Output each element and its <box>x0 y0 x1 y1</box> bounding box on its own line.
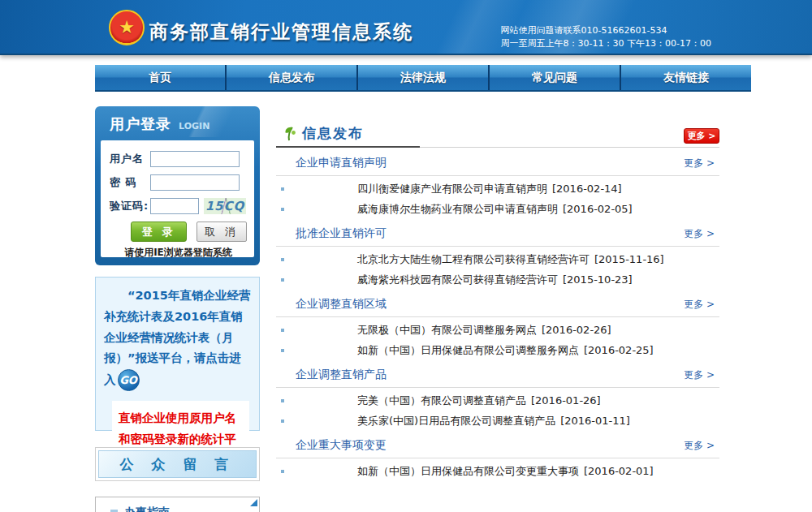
main-content: 信息发布 更多 > 企业申请直销声明 更多 > 四川衡爱健康产业有限公司申请直销… <box>276 120 719 481</box>
item-date: [2016-01-11] <box>560 415 630 427</box>
guide-panel: 办事指南 <box>95 497 260 512</box>
item-title: 四川衡爱健康产业有限公司申请直销声明 <box>357 183 547 195</box>
captcha-image[interactable]: 15CQ <box>204 198 246 214</box>
item-title: 威海康博尔生物药业有限公司申请直销声明 <box>357 203 558 215</box>
item-date: [2016-01-26] <box>531 394 601 407</box>
item-date: [2015-11-16] <box>594 253 664 265</box>
section-adjust-products: 企业调整直销产品 更多 > 完美（中国）有限公司调整直销产品[2016-01-2… <box>276 360 719 431</box>
item-date: [2016-02-26] <box>542 324 611 336</box>
public-message-label: 公 众 留 言 <box>98 450 257 478</box>
login-panel: 用户登录 LOGIN 用户名 密 码 验证码: 15CQ 登 录 取 消 请使用… <box>95 106 260 265</box>
item-date: [2016-02-01] <box>584 465 654 477</box>
section-more-link[interactable]: 更多 > <box>684 368 715 382</box>
browser-note: 请使用IE浏览器登陆系统 <box>110 246 247 260</box>
item-title: 如新（中国）日用保健品有限公司调整服务网点 <box>357 344 579 356</box>
corner-triangle-icon <box>250 499 257 506</box>
main-nav: 首页 信息发布 法律法规 常见问题 友情链接 <box>95 65 751 92</box>
main-header: 信息发布 更多 > <box>276 120 719 146</box>
item-title: 北京北方大陆生物工程有限公司获得直销经营许可 <box>357 253 590 265</box>
more-button-main[interactable]: 更多 > <box>684 128 719 144</box>
page: ★ 商务部直销行业管理信息系统 网站使用问题请联系010-51662601-53… <box>0 0 812 512</box>
item-title: 无限极（中国）有限公司调整服务网点 <box>357 324 537 336</box>
item-date: [2016-02-05] <box>563 203 633 215</box>
section-adjust-region: 企业调整直销区域 更多 > 无限极（中国）有限公司调整服务网点[2016-02-… <box>276 290 719 360</box>
item-title: 完美（中国）有限公司调整直销产品 <box>357 394 526 407</box>
section-title: 企业重大事项变更 <box>296 438 387 453</box>
list-item[interactable]: 无限极（中国）有限公司调整服务网点[2016-02-26] <box>276 320 719 340</box>
main-title: 信息发布 <box>302 124 364 143</box>
national-emblem-icon: ★ <box>109 10 145 45</box>
guide-list-item[interactable]: 办事指南 <box>110 506 170 512</box>
list-item[interactable]: 完美（中国）有限公司调整直销产品[2016-01-26] <box>276 390 719 411</box>
item-date: [2016-02-25] <box>584 344 654 356</box>
section-title: 企业申请直销声明 <box>296 156 387 170</box>
section-title: 企业调整直销产品 <box>296 368 387 382</box>
notice-panel: “2015年直销企业经营补充统计表及2016年直销企业经营情况统计表（月报）”报… <box>95 277 260 431</box>
section-more-link[interactable]: 更多 > <box>684 157 715 170</box>
password-label: 密 码 <box>110 175 150 190</box>
contact-line-1: 网站使用问题请联系010-51662601-534 <box>501 24 711 37</box>
login-subtitle: LOGIN <box>179 121 209 131</box>
section-more-link[interactable]: 更多 > <box>684 227 715 241</box>
section-approved-license: 批准企业直销许可 更多 > 北京北方大陆生物工程有限公司获得直销经营许可[201… <box>276 219 719 290</box>
username-label: 用户名 <box>110 152 150 166</box>
list-item[interactable]: 如新（中国）日用保健品有限公司变更重大事项[2016-02-01] <box>276 461 719 481</box>
contact-line-2: 周一至周五上午8：30-11：30 下午13：00-17：00 <box>501 37 711 50</box>
section-more-link[interactable]: 更多 > <box>684 439 715 453</box>
list-item[interactable]: 如新（中国）日用保健品有限公司调整服务网点[2016-02-25] <box>276 340 719 360</box>
section-title: 企业调整直销区域 <box>296 297 387 312</box>
list-item[interactable]: 四川衡爱健康产业有限公司申请直销声明[2016-02-14] <box>276 179 719 199</box>
section-major-changes: 企业重大事项变更 更多 > 如新（中国）日用保健品有限公司变更重大事项[2016… <box>276 431 719 481</box>
nav-item-info-release[interactable]: 信息发布 <box>227 65 356 90</box>
list-item[interactable]: 北京北方大陆生物工程有限公司获得直销经营许可[2015-11-16] <box>276 249 719 269</box>
login-panel-header: 用户登录 LOGIN <box>95 106 260 137</box>
username-input[interactable] <box>150 151 240 167</box>
item-date: [2015-10-23] <box>563 273 633 286</box>
list-item[interactable]: 威海紫光科技园有限公司获得直销经营许可[2015-10-23] <box>276 269 719 290</box>
star-icon: ★ <box>119 19 135 37</box>
password-input[interactable] <box>150 174 240 191</box>
list-item[interactable]: 威海康博尔生物药业有限公司申请直销声明[2016-02-05] <box>276 199 719 219</box>
square-bullet-icon <box>110 510 118 512</box>
item-title: 如新（中国）日用保健品有限公司变更重大事项 <box>357 465 579 477</box>
title-underline <box>276 146 719 148</box>
item-title: 美乐家(中国)日用品有限公司调整直销产品 <box>357 415 555 427</box>
public-message-button[interactable]: 公 众 留 言 <box>95 447 260 481</box>
banner-contact-info: 网站使用问题请联系010-51662601-534 周一至周五上午8：30-11… <box>501 24 711 50</box>
login-form: 用户名 密 码 验证码: 15CQ 登 录 取 消 请使用IE浏览器登陆系统 <box>101 140 254 257</box>
go-button[interactable]: GO <box>118 369 140 391</box>
nav-item-home[interactable]: 首页 <box>95 65 225 90</box>
section-apply-declaration: 企业申请直销声明 更多 > 四川衡爱健康产业有限公司申请直销声明[2016-02… <box>276 148 719 219</box>
nav-item-laws[interactable]: 法律法规 <box>358 65 488 90</box>
leaf-icon <box>281 125 297 141</box>
cancel-button[interactable]: 取 消 <box>197 222 247 242</box>
login-button[interactable]: 登 录 <box>131 222 187 242</box>
nav-item-links[interactable]: 友情链接 <box>621 65 751 90</box>
captcha-input[interactable] <box>150 198 199 214</box>
item-date: [2016-02-14] <box>552 183 622 195</box>
captcha-label: 验证码: <box>110 199 150 213</box>
login-title: 用户登录 <box>110 115 171 132</box>
guide-item-label: 办事指南 <box>124 506 170 512</box>
list-item[interactable]: 美乐家(中国)日用品有限公司调整直销产品[2016-01-11] <box>276 411 719 431</box>
section-title: 批准企业直销许可 <box>296 226 387 241</box>
item-title: 威海紫光科技园有限公司获得直销经营许可 <box>357 273 558 286</box>
site-title: 商务部直销行业管理信息系统 <box>149 19 413 45</box>
nav-item-faq[interactable]: 常见问题 <box>490 65 620 90</box>
notice-text: “2015年直销企业经营补充统计表及2016年直销企业经营情况统计表（月报）”报… <box>104 286 253 391</box>
site-banner: ★ 商务部直销行业管理信息系统 网站使用问题请联系010-51662601-53… <box>0 0 812 55</box>
section-more-link[interactable]: 更多 > <box>684 298 715 312</box>
